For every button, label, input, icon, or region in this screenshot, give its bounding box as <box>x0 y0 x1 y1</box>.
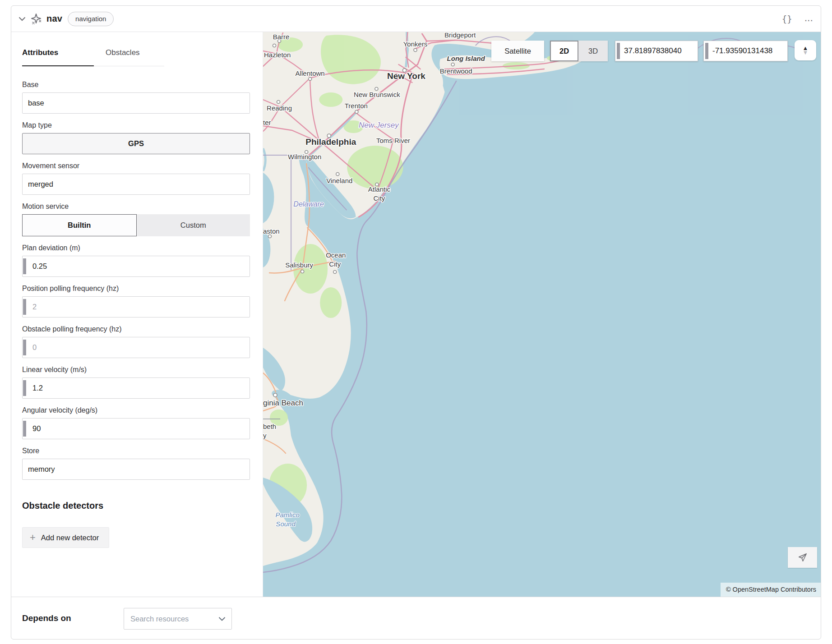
store-label: Store <box>22 447 250 455</box>
map-mode-toggle: 2D 3D <box>550 41 608 61</box>
svg-text:Delaware: Delaware <box>293 200 324 208</box>
add-detector-label: Add new detector <box>41 534 99 542</box>
svg-text:Allentown: Allentown <box>296 69 325 77</box>
field-angular-velocity: Angular velocity (deg/s) <box>22 406 250 439</box>
send-location-icon <box>798 552 808 562</box>
attributes-pane: Attributes Obstacles Base Map type GPS M… <box>11 32 263 597</box>
svg-text:New Brunswick: New Brunswick <box>354 91 400 98</box>
svg-text:Yonkers: Yonkers <box>403 40 428 48</box>
field-linear-velocity: Linear velocity (m/s) <box>22 366 250 399</box>
linear-velocity-label: Linear velocity (m/s) <box>22 366 250 374</box>
search-resources-placeholder: Search resources <box>130 615 219 623</box>
nav-service-card: nav navigation {} ... Attributes Obstacl… <box>11 5 821 639</box>
json-mode-icon[interactable]: {} <box>782 14 792 24</box>
map-basemap: Barre Hazleton Yonkers Bridgeport Long I… <box>263 32 821 597</box>
svg-text:New York: New York <box>387 71 425 81</box>
latitude-input[interactable] <box>615 41 698 61</box>
svg-text:y: y <box>263 432 267 439</box>
header-actions: {} ... <box>782 14 814 24</box>
svg-text:Bridgeport: Bridgeport <box>444 32 476 39</box>
add-detector-button[interactable]: + Add new detector <box>22 527 109 548</box>
motion-service-builtin-option[interactable]: Builtin <box>22 214 137 236</box>
svg-text:Ocean: Ocean <box>326 251 346 259</box>
depends-on-dropdown[interactable]: Search resources <box>124 608 232 630</box>
step-down-icon[interactable]: ▼ <box>803 51 809 55</box>
field-map-type: Map type GPS <box>22 121 250 154</box>
svg-text:Vineland: Vineland <box>326 177 352 184</box>
depends-on-row: Depends on Search resources <box>11 597 821 639</box>
svg-text:Atlantic: Atlantic <box>368 185 391 193</box>
svg-text:Barre: Barre <box>273 33 290 41</box>
svg-text:Philadelphia: Philadelphia <box>305 137 356 147</box>
svg-text:City: City <box>373 194 385 202</box>
more-menu-icon[interactable]: ... <box>805 15 814 23</box>
tab-attributes[interactable]: Attributes <box>22 48 94 66</box>
motion-service-label: Motion service <box>22 202 250 211</box>
navigation-service-icon <box>29 12 43 26</box>
base-label: Base <box>22 81 250 89</box>
plan-deviation-label: Plan deviation (m) <box>22 244 250 252</box>
svg-text:Salisbury: Salisbury <box>285 261 313 269</box>
obstacle-polling-input[interactable] <box>22 337 250 358</box>
longitude-input[interactable] <box>704 41 787 61</box>
position-polling-label: Position polling frequency (hz) <box>22 285 250 293</box>
field-plan-deviation: Plan deviation (m) <box>22 244 250 277</box>
movement-sensor-label: Movement sensor <box>22 162 250 170</box>
svg-text:Pamlico: Pamlico <box>275 511 299 519</box>
svg-text:Hazleton: Hazleton <box>264 51 291 59</box>
angular-velocity-label: Angular velocity (deg/s) <box>22 406 250 414</box>
latitude-field <box>615 41 698 61</box>
field-motion-service: Motion service Builtin Custom <box>22 202 250 236</box>
svg-text:Wilmington: Wilmington <box>288 153 321 161</box>
map-type-label: Map type <box>22 121 250 129</box>
depends-on-label: Depends on <box>22 613 71 623</box>
position-polling-input[interactable] <box>22 296 250 317</box>
card-header: nav navigation {} ... <box>11 6 821 32</box>
svg-text:aston: aston <box>263 227 280 235</box>
map-canvas[interactable]: Barre Hazleton Yonkers Bridgeport Long I… <box>263 32 821 597</box>
page: nav navigation {} ... Attributes Obstacl… <box>0 0 832 644</box>
svg-text:Reading: Reading <box>267 104 292 112</box>
tab-bar: Attributes Obstacles <box>22 48 250 66</box>
obstacle-polling-label: Obstacle polling frequency (hz) <box>22 325 250 333</box>
resource-type-badge: navigation <box>68 12 114 26</box>
collapse-chevron-icon[interactable] <box>18 14 27 23</box>
satellite-toggle-button[interactable]: Satellite <box>491 41 544 61</box>
svg-text:New Jersey: New Jersey <box>359 121 399 129</box>
longitude-field <box>703 41 788 61</box>
svg-text:Toms River: Toms River <box>376 137 410 144</box>
svg-text:Sound: Sound <box>276 520 296 528</box>
field-base: Base <box>22 81 250 114</box>
mode-2d-button[interactable]: 2D <box>550 41 578 61</box>
obstacle-detectors-heading: Obstacle detectors <box>22 501 250 511</box>
field-store: Store <box>22 447 250 480</box>
linear-velocity-input[interactable] <box>22 377 250 399</box>
map-attribution: © OpenStreetMap Contributors <box>721 583 821 597</box>
resource-name: nav <box>46 14 62 24</box>
map-type-gps-button[interactable]: GPS <box>22 133 250 154</box>
base-input[interactable] <box>22 92 250 114</box>
svg-text:City: City <box>329 260 341 268</box>
field-movement-sensor: Movement sensor <box>22 162 250 195</box>
angular-velocity-input[interactable] <box>22 418 250 439</box>
svg-text:Trenton: Trenton <box>345 102 368 110</box>
field-position-polling: Position polling frequency (hz) <box>22 285 250 317</box>
mode-3d-button[interactable]: 3D <box>578 41 608 61</box>
plus-icon: + <box>30 533 36 543</box>
movement-sensor-input[interactable] <box>22 174 250 195</box>
store-input[interactable] <box>22 459 250 480</box>
svg-text:ginia Beach: ginia Beach <box>263 399 303 407</box>
plan-deviation-input[interactable] <box>22 256 250 277</box>
chevron-down-icon <box>219 617 225 621</box>
svg-text:ter: ter <box>263 119 271 126</box>
field-obstacle-polling: Obstacle polling frequency (hz) <box>22 325 250 358</box>
tab-obstacles[interactable]: Obstacles <box>94 48 164 66</box>
svg-text:Long Island: Long Island <box>447 55 485 62</box>
svg-text:Brentwood: Brentwood <box>440 67 472 75</box>
motion-service-custom-option[interactable]: Custom <box>137 214 250 236</box>
svg-text:beth: beth <box>263 423 276 430</box>
recenter-button[interactable] <box>788 547 817 568</box>
coordinate-stepper[interactable]: ▲ ▼ <box>795 40 816 60</box>
